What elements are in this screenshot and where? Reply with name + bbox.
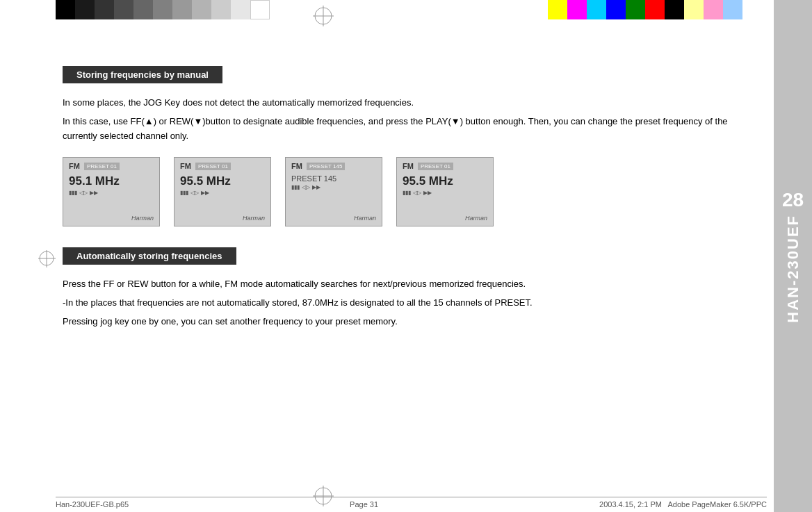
swatch-lightblue	[723, 0, 742, 19]
swatch-green	[626, 0, 645, 19]
page-footer: Han-230UEF-GB.p65 Page 31 2003.4.15, 2:1…	[56, 497, 767, 509]
color-strip-right	[548, 0, 742, 19]
device-2-top: FM PRESET 01	[180, 162, 265, 170]
device-3-mode: FM	[291, 162, 302, 170]
device-2-mode: FM	[180, 162, 191, 170]
footer-software: Adobe PageMaker 6.5K/PPC	[668, 500, 767, 509]
section2-paragraph1: Press the FF or REW button for a while, …	[63, 277, 760, 292]
device-4-mode: FM	[403, 162, 414, 170]
left-crop-mark	[38, 250, 56, 267]
swatch-7	[172, 0, 192, 19]
model-text: HAN-230UEF	[784, 215, 802, 323]
device-1-top: FM PRESET 01	[69, 162, 154, 170]
devices-row: FM PRESET 01 95.1 MHz ▮▮▮ ◁▷ ▶▶ Harman F…	[63, 157, 760, 226]
swatch-lightyellow	[684, 0, 704, 19]
footer-date-software: 2003.4.15, 2:1 PM Adobe PageMaker 6.5K/P…	[599, 500, 767, 509]
swatch-5	[133, 0, 153, 19]
section1-paragraph2: In this case, use FF(▲) or REW(▼)button …	[63, 115, 760, 144]
swatch-black2	[665, 0, 684, 19]
footer-date: 2003.4.15, 2:1 PM	[599, 500, 662, 509]
device-3-freq: PRESET 145	[291, 174, 376, 183]
device-3-icons: ▮▮▮ ◁▷ ▶▶	[291, 184, 376, 190]
swatch-magenta	[567, 0, 587, 19]
swatch-cyan	[587, 0, 606, 19]
swatch-3	[95, 0, 114, 19]
device-1: FM PRESET 01 95.1 MHz ▮▮▮ ◁▷ ▶▶ Harman	[63, 157, 160, 226]
footer-page: Page 31	[350, 500, 378, 509]
device-4: FM PRESET 01 95.5 MHz ▮▮▮ ◁▷ ▶▶ Harman	[396, 157, 494, 226]
swatch-9	[211, 0, 231, 19]
device-2-icons: ▮▮▮ ◁▷ ▶▶	[180, 190, 265, 196]
device-3: FM PRESET 145 PRESET 145 ▮▮▮ ◁▷ ▶▶ Harma…	[285, 157, 382, 226]
reg-mark-top	[313, 6, 334, 26]
page-number: 28	[782, 189, 804, 211]
swatch-4	[114, 0, 133, 19]
swatch-yellow	[548, 0, 567, 19]
device-4-icons: ▮▮▮ ◁▷ ▶▶	[403, 190, 487, 196]
device-3-brand: Harman	[354, 215, 376, 222]
footer-file: Han-230UEF-GB.p65	[56, 500, 129, 509]
device-4-badge: PRESET 01	[418, 163, 453, 170]
section2-header-label: Automatically storing frequencies	[76, 251, 222, 261]
section2-paragraph2: -In the places that frequencies are not …	[63, 296, 760, 311]
device-1-freq: 95.1 MHz	[69, 174, 154, 188]
swatch-2	[75, 0, 95, 19]
swatch-11	[250, 0, 270, 19]
swatch-8	[192, 0, 211, 19]
section1-paragraph1: In some places, the JOG Key does not det…	[63, 96, 760, 110]
device-4-top: FM PRESET 01	[403, 162, 487, 170]
right-sidebar: 28 HAN-230UEF	[774, 0, 812, 512]
swatch-10	[231, 0, 250, 19]
color-bar-top	[0, 0, 812, 19]
swatch-1	[56, 0, 75, 19]
device-2-brand: Harman	[243, 215, 265, 222]
swatch-blue	[606, 0, 626, 19]
device-1-badge: PRESET 01	[84, 163, 120, 170]
device-2: FM PRESET 01 95.5 MHz ▮▮▮ ◁▷ ▶▶ Harman	[174, 157, 271, 226]
device-1-brand: Harman	[131, 215, 154, 222]
device-1-icons: ▮▮▮ ◁▷ ▶▶	[69, 190, 154, 196]
device-2-freq: 95.5 MHz	[180, 174, 265, 188]
color-strip-left	[56, 0, 270, 19]
device-4-brand: Harman	[465, 215, 487, 222]
section2-header: Automatically storing frequencies	[63, 247, 236, 265]
swatch-red	[645, 0, 665, 19]
section1-header-label: Storing frequencies by manual	[76, 69, 209, 80]
main-content: Storing frequencies by manual In some pl…	[56, 24, 767, 488]
section2-paragraph3: Pressing jog key one by one, you can set…	[63, 315, 760, 329]
device-4-freq: 95.5 MHz	[403, 174, 487, 188]
section1-header: Storing frequencies by manual	[63, 66, 222, 83]
swatch-6	[153, 0, 172, 19]
swatch-lightpink	[704, 0, 723, 19]
device-3-top: FM PRESET 145	[291, 162, 376, 170]
device-1-mode: FM	[69, 162, 80, 170]
device-2-badge: PRESET 01	[195, 163, 231, 170]
device-3-badge: PRESET 145	[307, 163, 345, 170]
